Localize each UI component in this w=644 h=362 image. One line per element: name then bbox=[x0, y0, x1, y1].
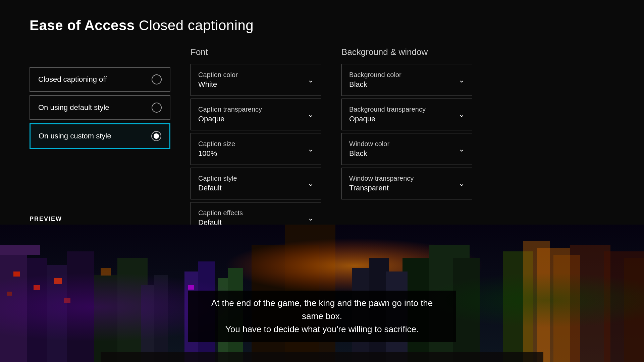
background-color-value: Black bbox=[349, 80, 401, 89]
dropdown-window-transparency[interactable]: Window transparency Transparent ⌄ bbox=[341, 168, 472, 199]
caption-style-label: Caption style bbox=[198, 175, 237, 182]
background-transparency-label: Background transparency bbox=[349, 106, 426, 113]
caption-size-chevron: ⌄ bbox=[308, 145, 314, 154]
caption-color-chevron: ⌄ bbox=[308, 76, 314, 84]
preview-label: PREVIEW bbox=[0, 216, 92, 223]
preview-caption-box: At the end of the game, the king and the… bbox=[188, 291, 456, 342]
caption-style-chevron: ⌄ bbox=[308, 179, 314, 188]
preview-caption-line1: At the end of the game, the king and the… bbox=[201, 297, 443, 323]
caption-transparency-label: Caption transparency bbox=[198, 106, 262, 113]
brand-title: Ease of Access bbox=[30, 17, 135, 33]
window-color-chevron: ⌄ bbox=[459, 145, 465, 154]
caption-style-value: Default bbox=[198, 184, 237, 192]
background-color-label: Background color bbox=[349, 71, 401, 79]
dropdown-caption-style[interactable]: Caption style Default ⌄ bbox=[191, 168, 321, 199]
bg-column: Background & window Background color Bla… bbox=[341, 47, 472, 237]
caption-color-label: Caption color bbox=[198, 71, 238, 79]
dropdown-caption-size[interactable]: Caption size 100% ⌄ bbox=[191, 133, 321, 165]
caption-effects-label: Caption effects bbox=[198, 209, 243, 217]
radio-option-default[interactable]: On using default style bbox=[30, 95, 170, 120]
page-header: Ease of Access Closed captioning bbox=[0, 0, 644, 47]
radio-default-circle bbox=[152, 103, 162, 113]
font-column: Font Caption color White ⌄ Caption trans… bbox=[191, 47, 321, 237]
radio-off-label: Closed captioning off bbox=[38, 75, 107, 84]
preview-section: At the end of the game, the king and the… bbox=[0, 225, 644, 362]
preview-background: At the end of the game, the king and the… bbox=[0, 225, 644, 362]
radio-option-custom[interactable]: On using custom style bbox=[30, 123, 170, 149]
dropdown-background-color[interactable]: Background color Black ⌄ bbox=[341, 64, 472, 96]
caption-transparency-chevron: ⌄ bbox=[308, 110, 314, 119]
radio-default-label: On using default style bbox=[38, 103, 109, 112]
window-transparency-label: Window transparency bbox=[349, 175, 414, 182]
page-title: Closed captioning bbox=[139, 17, 254, 33]
font-section-header: Font bbox=[191, 47, 321, 57]
bg-section-header: Background & window bbox=[341, 47, 472, 57]
background-color-chevron: ⌄ bbox=[459, 76, 465, 84]
window-color-value: Black bbox=[349, 149, 389, 158]
caption-size-value: 100% bbox=[198, 149, 235, 158]
radio-column: Closed captioning off On using default s… bbox=[30, 47, 170, 237]
window-transparency-value: Transparent bbox=[349, 184, 414, 192]
dropdown-caption-color[interactable]: Caption color White ⌄ bbox=[191, 64, 321, 96]
caption-size-label: Caption size bbox=[198, 140, 235, 148]
radio-off-circle bbox=[152, 74, 162, 84]
main-content: Closed captioning off On using default s… bbox=[0, 47, 644, 237]
background-transparency-value: Opaque bbox=[349, 115, 426, 123]
caption-effects-chevron: ⌄ bbox=[308, 214, 314, 223]
radio-custom-label: On using custom style bbox=[39, 132, 111, 140]
radio-custom-circle bbox=[151, 131, 161, 141]
dropdown-background-transparency[interactable]: Background transparency Opaque ⌄ bbox=[341, 99, 472, 130]
caption-transparency-value: Opaque bbox=[198, 115, 262, 123]
background-transparency-chevron: ⌄ bbox=[459, 110, 465, 119]
caption-color-value: White bbox=[198, 80, 238, 89]
preview-caption-line2: You have to decide what you're willing t… bbox=[201, 323, 443, 336]
dropdown-caption-transparency[interactable]: Caption transparency Opaque ⌄ bbox=[191, 99, 321, 130]
dropdown-window-color[interactable]: Window color Black ⌄ bbox=[341, 133, 472, 165]
window-transparency-chevron: ⌄ bbox=[459, 179, 465, 188]
radio-option-off[interactable]: Closed captioning off bbox=[30, 67, 170, 92]
window-color-label: Window color bbox=[349, 140, 389, 148]
